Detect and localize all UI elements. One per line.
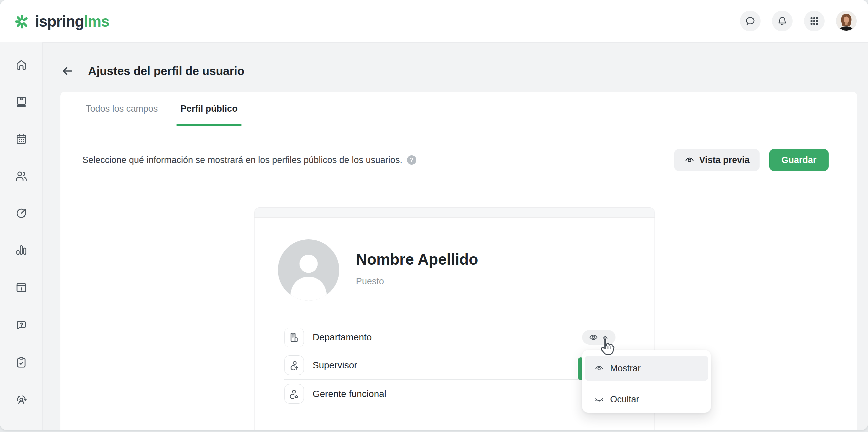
profile-position: Puesto [356, 276, 384, 287]
sidebar-item-reports[interactable] [13, 242, 29, 258]
sidebar-item-training360[interactable] [13, 391, 29, 407]
save-button[interactable]: Guardar [769, 149, 829, 171]
sidebar-item-calendar[interactable] [13, 131, 29, 147]
field-icon-box [284, 384, 304, 404]
dropdown-item-ocultar[interactable]: Ocultar [585, 387, 708, 412]
person-silhouette-icon [278, 239, 339, 301]
bell-icon [777, 16, 787, 26]
logo-text: ispringlms [35, 14, 110, 29]
field-row-gerente-funcional: Gerente funcional [284, 380, 613, 408]
target-arrow-icon [15, 207, 28, 219]
sidebar-item-tasks[interactable] [13, 354, 29, 370]
instruction-text: Seleccione qué información se mostrará e… [83, 155, 402, 165]
clipboard-check-icon [15, 356, 28, 369]
help-icon[interactable]: ? [407, 155, 416, 165]
chevron-up-icon [601, 333, 609, 341]
visibility-dropdown: Mostrar Ocultar [582, 350, 711, 413]
page-title: Ajustes del perfil de usuario [88, 63, 245, 79]
header-actions [740, 11, 857, 31]
eye-preview-icon [684, 155, 695, 165]
apps-button[interactable] [804, 11, 825, 31]
field-label: Supervisor [313, 360, 357, 371]
field-icon-box [284, 328, 304, 347]
field-label: Departamento [313, 332, 372, 343]
sidebar-item-help[interactable] [13, 317, 29, 333]
avatar-placeholder [278, 239, 339, 301]
book-icon [15, 95, 28, 108]
user-arrow-up-icon [288, 360, 300, 371]
bar-chart-icon [15, 244, 28, 256]
app-header: ispringlms [0, 0, 868, 43]
instruction-row: Seleccione qué información se mostrará e… [83, 153, 416, 167]
sidebar-item-goals[interactable] [13, 205, 29, 221]
field-row-supervisor: Supervisor [284, 351, 613, 380]
user-avatar[interactable] [836, 11, 857, 31]
tab-all-fields[interactable]: Todos los campos [82, 92, 162, 126]
tab-public-profile[interactable]: Perfil público [177, 92, 242, 126]
visibility-toggle-departamento[interactable] [582, 330, 616, 345]
field-row-departamento: Departamento [284, 324, 613, 351]
tabs-bar: Todos los campos Perfil público [60, 92, 857, 126]
apps-grid-icon [809, 16, 819, 26]
info-window-icon [15, 281, 28, 294]
sidebar-item-home[interactable] [13, 57, 29, 73]
field-icon-box [284, 355, 304, 375]
field-label: Gerente funcional [313, 389, 386, 399]
messages-button[interactable] [740, 11, 761, 31]
app-window: ispringlms [0, 0, 868, 430]
settings-panel: Todos los campos Perfil público Seleccio… [60, 92, 857, 430]
eye-open-icon [594, 363, 604, 373]
sidebar-item-catalog[interactable] [13, 280, 29, 296]
dropdown-item-mostrar[interactable]: Mostrar [585, 356, 708, 381]
ispring-burst-icon [14, 13, 30, 29]
eye-visible-icon [588, 332, 598, 342]
users-icon [15, 170, 28, 182]
eye-closed-icon [594, 394, 604, 404]
profile-name: Nombre Apellido [356, 250, 478, 268]
sidebar [0, 42, 43, 430]
user-avatar-photo [837, 11, 856, 31]
calendar-icon [15, 133, 28, 145]
profile-fields-list: Departamento [284, 324, 613, 408]
sidebar-item-book[interactable] [13, 94, 29, 110]
ispring-logo: ispringlms [14, 0, 110, 42]
help-bubble-icon [15, 319, 28, 332]
back-button[interactable] [59, 63, 75, 79]
user-star-icon [288, 388, 300, 400]
notifications-button[interactable] [772, 11, 793, 31]
card-top-band [254, 208, 654, 218]
building-icon [288, 332, 300, 343]
sidebar-item-users[interactable] [13, 168, 29, 184]
chat-icon [745, 16, 755, 26]
home-icon [15, 58, 28, 71]
preview-button[interactable]: Vista previa [674, 149, 760, 171]
user-360-icon [15, 393, 28, 406]
arrow-left-icon [61, 64, 74, 78]
